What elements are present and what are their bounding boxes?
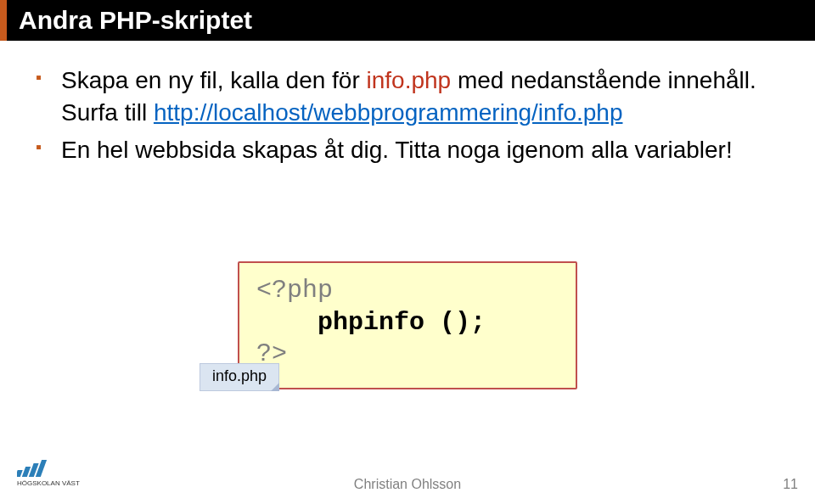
bullet-2: En hel webbsida skapas åt dig. Titta nog… (36, 134, 779, 166)
footer-logo-text: HÖGSKOLAN VÄST (17, 479, 80, 487)
bullet-1-link[interactable]: http://localhost/webbprogrammering/info.… (154, 99, 623, 126)
file-tab-label: info.php (212, 367, 267, 384)
code-indent (256, 308, 318, 337)
bullet-1-highlight: info.php (367, 67, 452, 93)
footer-logo: HÖGSKOLAN VÄST (17, 453, 119, 490)
bullet-2-text: En hel webbsida skapas åt dig. Titta nog… (61, 137, 733, 163)
footer-page-number: 11 (783, 477, 798, 492)
php-open-tag: <?php (256, 276, 333, 305)
php-func-call: phpinfo (); (318, 308, 486, 337)
title-accent-bar (0, 0, 7, 41)
svg-rect-1 (17, 470, 23, 477)
bullet-1-pre: Skapa en ny fil, kalla den för (61, 67, 367, 93)
footer-author: Christian Ohlsson (354, 477, 461, 492)
file-tab-fold-icon (271, 383, 279, 391)
slide-body: Skapa en ny fil, kalla den för info.php … (36, 64, 779, 171)
svg-rect-4 (36, 460, 47, 477)
file-tab: info.php (200, 363, 279, 391)
code-block: <?php phpinfo (); ?> (238, 261, 577, 389)
bullet-1: Skapa en ny fil, kalla den för info.php … (36, 64, 779, 129)
slide-title: Andra PHP-skriptet (7, 0, 815, 41)
